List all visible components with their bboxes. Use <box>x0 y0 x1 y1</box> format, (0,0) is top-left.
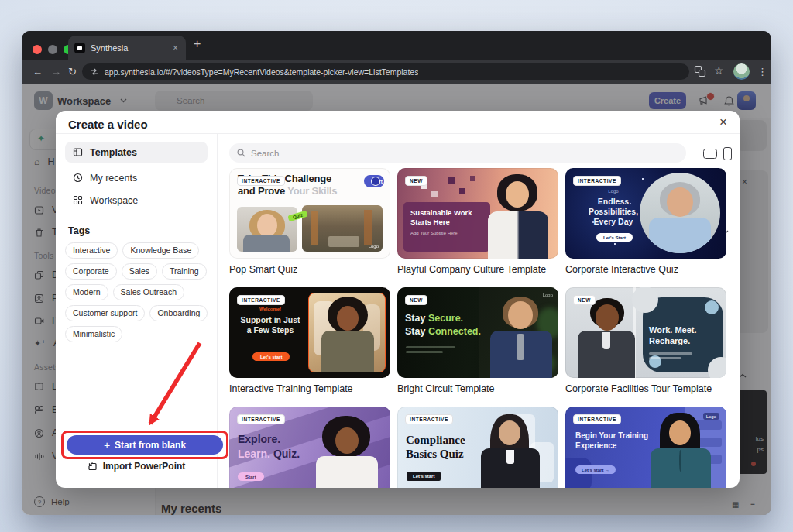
browser-tab[interactable]: Synthesia × <box>68 36 186 60</box>
template-card[interactable]: NEW Sustainable WorkStarts Here Add Your… <box>397 168 558 275</box>
tag-pill[interactable]: Training <box>162 263 207 280</box>
person-silhouette <box>478 413 543 488</box>
tag-pill[interactable]: Customer support <box>65 305 145 321</box>
decor <box>508 301 533 329</box>
thumb-text-panel: Sustainable WorkStarts Here Add Your Sub… <box>403 202 490 252</box>
clock-icon <box>73 173 83 183</box>
presenter-photo <box>640 173 720 253</box>
lets-start-button: Let's Start <box>596 233 633 242</box>
portrait-toggle-icon[interactable] <box>723 147 732 160</box>
translate-icon[interactable] <box>694 65 706 77</box>
modal-nav-my-recents[interactable]: My recents <box>65 167 208 188</box>
decor <box>517 334 524 360</box>
logo-text: Logo <box>543 293 553 297</box>
search-icon <box>237 149 245 157</box>
import-powerpoint-button[interactable]: Import PowerPoint <box>56 461 217 472</box>
template-card[interactable]: INTERACTIVE ComplianceBasics Quiz Let's … <box>397 407 558 488</box>
template-thumbnail: NEW Logo Stay Secure. Stay Connected. <box>397 287 558 378</box>
template-card[interactable]: Take This Challenge and Prove Your Skill… <box>229 168 390 275</box>
browser-menu-icon[interactable]: ⋮ <box>757 65 767 78</box>
badge: INTERACTIVE <box>237 176 285 186</box>
person-silhouette <box>646 413 712 488</box>
url-text: app.synthesia.io/#/?videosType=MyRecentV… <box>105 67 418 77</box>
start-toggle: Start <box>364 175 384 187</box>
person-silhouette <box>314 414 381 488</box>
thumb-headline: Support in Justa Few Steps <box>229 315 311 335</box>
decor <box>506 181 529 208</box>
decor <box>371 177 380 186</box>
template-card[interactable]: INTERACTIVE Explore. Learn. Quiz. Start <box>229 407 390 488</box>
person-silhouette <box>572 293 643 378</box>
tag-pill[interactable]: Interactive <box>65 242 118 259</box>
decor <box>602 332 610 349</box>
url-bar[interactable]: app.synthesia.io/#/?videosType=MyRecentV… <box>82 63 689 80</box>
divider <box>56 133 740 134</box>
tag-pill[interactable]: Knowledge Base <box>122 242 199 259</box>
template-thumbnail: NEW Sustainable WorkStarts Here Add Your… <box>397 168 558 259</box>
decor <box>406 346 455 348</box>
decor <box>488 211 548 259</box>
desktop-background: Synthesia × + ← → ↻ app.synthesia.io/#/?… <box>0 0 793 532</box>
template-search <box>229 143 686 163</box>
modal-nav-workspace[interactable]: Workspace <box>65 190 208 211</box>
decor <box>708 357 726 378</box>
modal-close-icon[interactable]: × <box>719 115 727 130</box>
reload-button[interactable]: ↻ <box>68 65 77 78</box>
new-tab-button[interactable]: + <box>194 38 201 50</box>
tag-pill[interactable]: Sales Outreach <box>113 284 184 300</box>
decor <box>321 331 374 372</box>
tag-pill[interactable]: Onboarding <box>149 305 208 321</box>
template-thumbnail: INTERACTIVE Logo EndlessPossibilities,Ev… <box>565 168 726 259</box>
tag-pill[interactable]: Corporate <box>65 263 117 280</box>
back-button[interactable]: ← <box>33 65 43 78</box>
tag-pill[interactable]: Minimalistic <box>65 326 122 342</box>
traffic-light-close-icon[interactable] <box>33 45 42 54</box>
browser-toolbar: ← → ↻ app.synthesia.io/#/?videosType=MyR… <box>22 60 771 84</box>
tab-title: Synthesia <box>91 43 171 53</box>
landscape-toggle-icon[interactable] <box>703 149 717 159</box>
decor <box>649 357 681 359</box>
modal-title: Create a video <box>68 118 148 131</box>
badge: INTERACTIVE <box>573 176 621 186</box>
site-settings-icon[interactable] <box>90 67 99 77</box>
browser-profile-avatar[interactable] <box>733 63 750 80</box>
decor <box>649 218 711 253</box>
template-card[interactable]: NEW Work. Meet.Recharge. Corporate Facil… <box>565 287 726 394</box>
template-thumbnail: INTERACTIVE Explore. Learn. Quiz. Start <box>229 407 390 488</box>
decor <box>470 176 475 181</box>
badge: NEW <box>405 295 427 305</box>
create-video-modal: Create a video × Templates My recents Wo… <box>56 111 740 488</box>
tag-pill[interactable]: Sales <box>122 263 157 280</box>
bookmark-star-icon[interactable]: ☆ <box>714 64 724 77</box>
template-card[interactable]: INTERACTIVE Logo Begin Your TrainingExpe… <box>565 407 726 488</box>
modal-nav-templates[interactable]: Templates <box>65 142 208 163</box>
template-thumbnail: INTERACTIVE Welcome! Support in Justa Fe… <box>229 287 390 378</box>
template-search-input[interactable] <box>229 143 686 163</box>
decor <box>632 287 658 313</box>
tags-heading: Tags <box>68 225 90 236</box>
badge: INTERACTIVE <box>237 295 285 305</box>
badge: INTERACTIVE <box>405 414 453 424</box>
browser-tab-strip: Synthesia × + <box>22 31 771 60</box>
decor <box>679 450 681 472</box>
badge: NEW <box>573 295 596 305</box>
forward-button[interactable]: → <box>51 65 61 78</box>
decor <box>667 187 693 217</box>
warehouse-photo: Logo <box>302 205 383 252</box>
template-caption: Interactive Training Template <box>229 383 390 394</box>
thumb-headline: Begin Your TrainingExperience <box>575 431 648 451</box>
traffic-light-minimize-icon[interactable] <box>48 45 57 54</box>
synthesia-favicon-icon <box>74 43 85 53</box>
template-card[interactable]: NEW Logo Stay Secure. Stay Connected. Br… <box>397 287 558 394</box>
person-silhouette <box>483 173 557 259</box>
template-thumbnail: INTERACTIVE Logo Begin Your TrainingExpe… <box>565 407 726 488</box>
template-thumbnail: NEW Work. Meet.Recharge. <box>565 287 726 378</box>
decor <box>649 352 692 355</box>
thumb-headline: Work. Meet.Recharge. <box>649 324 716 346</box>
tab-close-icon[interactable]: × <box>171 42 180 54</box>
tag-pill[interactable]: Modern <box>65 284 108 300</box>
template-card[interactable]: INTERACTIVE Welcome! Support in Justa Fe… <box>229 287 390 394</box>
template-card[interactable]: INTERACTIVE Logo EndlessPossibilities,Ev… <box>565 168 726 275</box>
badge: INTERACTIVE <box>573 414 621 424</box>
tag-pill-list: Interactive Knowledge Base Corporate Sal… <box>65 242 212 342</box>
